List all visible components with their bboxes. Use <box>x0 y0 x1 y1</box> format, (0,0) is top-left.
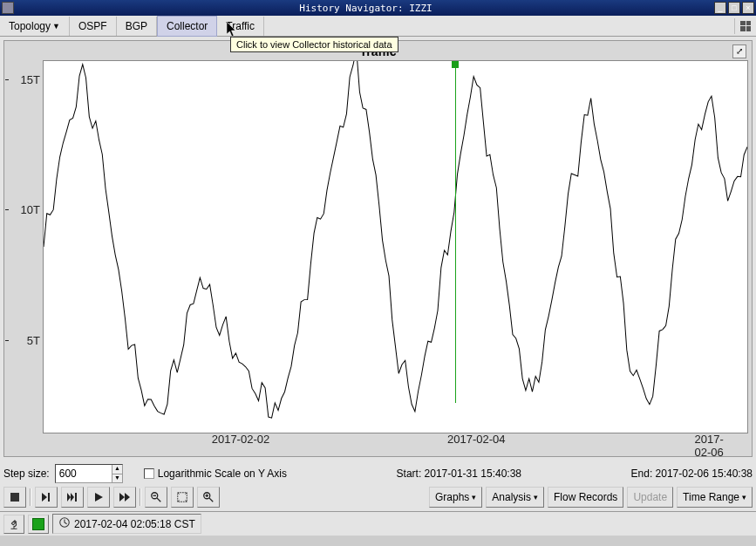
svg-line-6 <box>209 498 213 502</box>
popout-chart-button[interactable]: ⤢ <box>732 44 746 58</box>
status-indicator[interactable] <box>28 515 49 534</box>
end-time-text: End: 2017-02-06 15:40:38 <box>631 468 753 480</box>
chart-plot-area[interactable]: 15T 10T 5T 2017-02-02 2017-02-04 2017-02… <box>43 60 748 433</box>
y-tick-label: 10T <box>21 203 40 216</box>
layout-grid-button[interactable] <box>734 18 756 34</box>
svg-line-2 <box>157 498 160 502</box>
graphs-label: Graphs <box>435 491 469 503</box>
zoom-in-button[interactable] <box>197 487 220 508</box>
analysis-dropdown[interactable]: Analysis ▾ <box>486 487 544 508</box>
close-button[interactable]: × <box>742 2 754 14</box>
menu-topology[interactable]: Topology ▼ <box>0 17 70 36</box>
y-axis: 15T 10T 5T <box>9 61 42 433</box>
time-range-dropdown[interactable]: Time Range ▾ <box>677 487 753 508</box>
x-tick-label: 2017-02-02 <box>212 433 270 446</box>
chart-panel: Traffic ⤢ 15T 10T 5T 2017-02-02 201 <box>3 40 753 457</box>
chevron-down-icon: ▼ <box>52 22 60 31</box>
chart-line <box>44 61 747 433</box>
x-axis: 2017-02-02 2017-02-04 2017-02-06 <box>44 433 747 448</box>
main-content: Traffic ⤢ 15T 10T 5T 2017-02-02 201 <box>0 37 756 461</box>
log-scale-label: Logarithmic Scale on Y Axis <box>158 468 287 480</box>
step-size-label: Step size: <box>3 468 50 480</box>
menu-traffic[interactable]: Traffic <box>217 17 264 36</box>
chevron-down-icon: ▾ <box>534 493 538 502</box>
menubar: Topology ▼ OSPF BGP Collector Traffic Cl… <box>0 16 756 37</box>
menu-bgp-label: BGP <box>126 20 147 32</box>
grid-icon <box>740 21 751 31</box>
menu-bgp[interactable]: BGP <box>117 17 157 36</box>
statusbar: 2017-02-04 02:05:18 CST <box>0 511 756 536</box>
time-marker-line[interactable] <box>455 61 456 403</box>
chevron-down-icon: ▾ <box>472 493 476 502</box>
y-tick-label: 15T <box>21 73 40 86</box>
time-range-label: Time Range <box>683 491 739 503</box>
update-button[interactable]: Update <box>627 487 673 508</box>
stop-button[interactable] <box>3 487 26 508</box>
timestamp-text: 2017-02-04 02:05:18 CST <box>74 518 195 530</box>
menu-topology-label: Topology <box>9 20 51 32</box>
graphs-dropdown[interactable]: Graphs ▾ <box>429 487 482 508</box>
microscope-button[interactable] <box>3 515 24 534</box>
window-title: History Navigator: IZZI <box>17 3 714 14</box>
menu-collector-label: Collector <box>167 20 208 32</box>
checkbox-icon <box>144 468 154 479</box>
menu-collector[interactable]: Collector <box>157 16 217 37</box>
footer-row-1: Step size: ▲ ▼ Logarithmic Scale on Y Ax… <box>3 464 753 483</box>
play-button[interactable] <box>87 487 110 508</box>
y-tick-label: 5T <box>27 333 40 346</box>
flow-records-label: Flow Records <box>554 491 617 503</box>
fast-forward-button[interactable] <box>113 487 136 508</box>
step-size-input[interactable] <box>56 465 112 482</box>
step-size-spinner[interactable]: ▲ ▼ <box>55 464 123 483</box>
tooltip-text: Click to view Collector historical data <box>236 39 392 50</box>
footer: Step size: ▲ ▼ Logarithmic Scale on Y Ax… <box>0 461 756 511</box>
minimize-button[interactable]: _ <box>714 2 726 14</box>
menu-ospf-label: OSPF <box>78 20 107 32</box>
timestamp-display: 2017-02-04 02:05:18 CST <box>52 514 201 534</box>
start-time-text: Start: 2017-01-31 15:40:38 <box>397 468 521 480</box>
maximize-button[interactable]: □ <box>728 2 740 14</box>
clock-icon <box>58 516 71 531</box>
spinner-up-icon[interactable]: ▲ <box>112 465 122 474</box>
step-forward-button[interactable] <box>35 487 58 508</box>
window-titlebar: History Navigator: IZZI _ □ × <box>0 0 756 16</box>
chevron-down-icon: ▾ <box>742 493 746 502</box>
fast-step-forward-button[interactable] <box>61 487 84 508</box>
menu-ospf[interactable]: OSPF <box>70 17 117 36</box>
spinner-down-icon[interactable]: ▼ <box>112 474 122 483</box>
analysis-label: Analysis <box>492 491 531 503</box>
update-label: Update <box>633 491 667 503</box>
zoom-out-button[interactable] <box>145 487 167 508</box>
menu-traffic-label: Traffic <box>226 20 255 32</box>
footer-row-2: Graphs ▾ Analysis ▾ Flow Records Update … <box>3 487 753 508</box>
zoom-fit-button[interactable] <box>171 487 194 508</box>
flow-records-button[interactable]: Flow Records <box>548 487 623 508</box>
time-marker-handle[interactable] <box>452 61 459 68</box>
svg-rect-0 <box>10 493 19 502</box>
green-square-icon <box>32 518 44 530</box>
tooltip: Click to view Collector historical data <box>230 37 398 52</box>
x-tick-label: 2017-02-04 <box>447 433 506 446</box>
system-menu-icon[interactable] <box>2 2 14 14</box>
log-scale-checkbox[interactable]: Logarithmic Scale on Y Axis <box>144 468 287 480</box>
x-tick-label: 2017-02-06 <box>694 433 729 459</box>
